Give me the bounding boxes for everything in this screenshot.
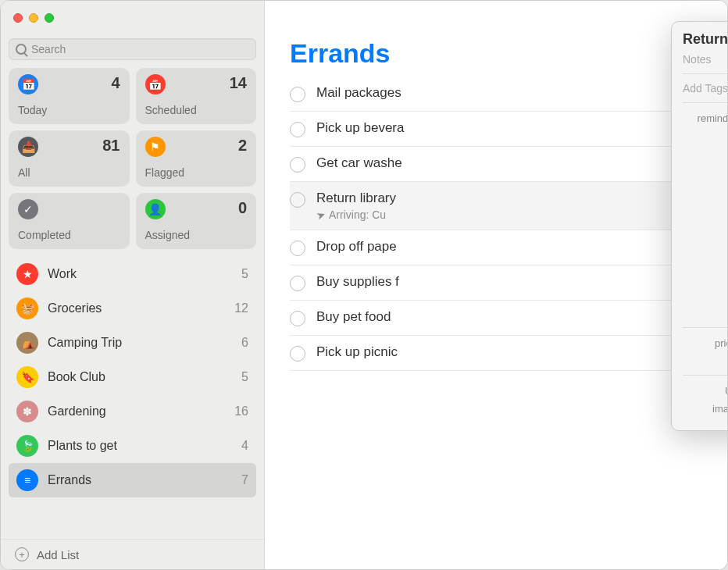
reminder-row[interactable]: Pick up bevera [290,112,727,147]
plus-icon: + [15,547,29,561]
sidebar-list-label: Gardening [48,404,106,419]
priority-label: priority [683,336,728,349]
card-completed[interactable]: ✓ Completed [9,193,130,249]
card-all[interactable]: 📥 81 All [9,130,130,187]
reminder-row[interactable]: Get car washe [290,147,727,182]
card-assigned-count: 0 [238,199,247,217]
complete-toggle[interactable] [290,276,305,291]
reminders-window: 📅 4 Today 📅 14 Scheduled 📥 81 All [0,0,728,570]
tags-field[interactable]: Add Tags [683,77,728,99]
reminder-title: Pick up bevera [316,120,404,136]
reminder-title: Pick up picnic [316,344,398,360]
reminder-title: Get car washe [316,155,402,171]
reminders-list: Mail packages Pick up bevera Get car was… [265,77,727,371]
sidebar-list-plants[interactable]: 🍃 Plants to get 4 [9,429,256,463]
reminder-title: Return library [316,191,396,206]
card-today[interactable]: 📅 4 Today [9,68,130,124]
reminder-subtitle: ➤ Arriving: Cu [316,208,396,221]
tent-icon: ⛺ [16,332,38,354]
complete-toggle[interactable] [290,122,305,137]
reminder-title: Buy supplies f [316,274,399,290]
card-assigned-label: Assigned [145,229,248,241]
sidebar-list-count: 7 [241,473,248,487]
reminder-row-selected[interactable]: Return library ➤ Arriving: Cu i [290,182,727,230]
card-flagged-count: 2 [238,137,247,155]
bookmark-icon: 🔖 [16,366,38,388]
search-field[interactable] [9,38,256,60]
card-flagged-label: Flagged [145,166,248,179]
calendar-today-icon: 📅 [18,74,38,94]
reminder-row[interactable]: Buy supplies f [290,265,727,301]
card-assigned[interactable]: 👤 0 Assigned [136,193,257,249]
sidebar-list-work[interactable]: ★ Work 5 [9,257,256,291]
sidebar-list-errands[interactable]: ≡ Errands 7 [9,463,256,497]
search-input[interactable] [31,43,249,55]
star-icon: ★ [16,263,38,285]
sidebar-list-camping[interactable]: ⛺ Camping Trip 6 [9,326,256,360]
card-all-count: 81 [102,137,120,155]
card-all-label: All [18,166,120,179]
flag-icon: ⚑ [145,137,166,157]
close-window-button[interactable] [13,13,23,23]
sidebar: 📅 4 Today 📅 14 Scheduled 📥 81 All [1,1,265,569]
reminder-detail-popover: Return library books ⚑ Notes Add Tags re… [671,21,728,431]
sidebar-list-label: Book Club [48,370,105,384]
sidebar-list-label: Errands [48,473,91,487]
card-completed-label: Completed [18,229,120,241]
basket-icon: 🧺 [16,297,38,319]
my-lists: ★ Work 5 🧺 Groceries 12 ⛺ Camping Trip 6… [1,257,264,539]
popover-title[interactable]: Return library books [683,31,728,48]
reminder-title: Drop off pape [316,239,397,255]
card-today-count: 4 [111,74,120,92]
complete-toggle[interactable] [290,240,305,256]
reminder-row[interactable]: Drop off pape [290,230,727,265]
complete-toggle[interactable] [290,311,305,326]
sidebar-list-count: 16 [234,404,248,419]
sidebar-list-count: 4 [241,439,248,453]
reminder-row[interactable]: Pick up picnic [290,336,727,371]
reminder-row[interactable]: Mail packages [290,77,727,112]
main-content: ＋ Errands 8 Mail packages Pick up bevera… [265,1,727,569]
sidebar-list-gardening[interactable]: ✽ Gardening 16 [9,394,256,429]
sidebar-list-bookclub[interactable]: 🔖 Book Club 5 [9,360,256,394]
location-arrow-icon: ➤ [315,207,328,222]
list-icon: ≡ [16,469,38,491]
card-scheduled[interactable]: 📅 14 Scheduled [136,68,257,124]
card-scheduled-count: 14 [230,74,247,92]
sidebar-list-count: 6 [241,336,248,350]
sidebar-list-label: Camping Trip [48,336,122,350]
url-label: URL [683,383,728,397]
complete-toggle[interactable] [290,192,305,208]
complete-toggle[interactable] [290,157,305,173]
card-flagged[interactable]: ⚑ 2 Flagged [136,130,257,187]
add-list-button[interactable]: + Add List [1,539,264,569]
sidebar-list-groceries[interactable]: 🧺 Groceries 12 [9,291,256,326]
smart-list-cards: 📅 4 Today 📅 14 Scheduled 📥 81 All [1,60,264,257]
minimize-window-button[interactable] [29,13,38,23]
sidebar-list-count: 5 [241,267,248,281]
reminder-title: Buy pet food [316,309,391,325]
add-list-label: Add List [37,548,79,561]
reminder-title: Mail packages [316,85,401,101]
sidebar-list-count: 5 [241,370,248,384]
sidebar-list-label: Work [48,267,77,281]
complete-toggle[interactable] [290,87,305,102]
list-title: Errands [290,38,391,69]
calendar-icon: 📅 [145,74,166,94]
search-icon [16,44,27,55]
card-scheduled-label: Scheduled [145,104,248,116]
tray-icon: 📥 [18,137,38,157]
sidebar-list-count: 12 [234,301,248,315]
card-today-label: Today [18,104,120,116]
notes-field[interactable]: Notes [683,48,728,70]
leaf-icon: 🍃 [16,435,38,457]
complete-toggle[interactable] [290,346,305,362]
checkmark-icon: ✓ [18,199,38,219]
images-label: images [683,401,728,415]
sidebar-list-label: Groceries [48,301,102,315]
reminder-row[interactable]: Buy pet food [290,301,727,336]
flower-icon: ✽ [16,401,38,422]
remind-me-label: remind me [683,111,728,319]
list-label: list [683,354,728,367]
zoom-window-button[interactable] [45,13,54,23]
